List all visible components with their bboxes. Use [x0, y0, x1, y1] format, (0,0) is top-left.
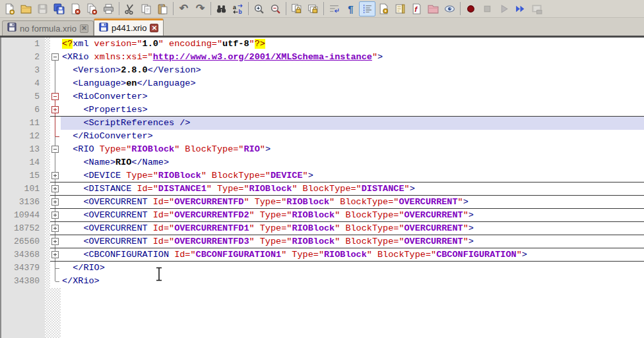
- fold-toggle[interactable]: [50, 143, 61, 156]
- code-line[interactable]: <Name>RIO</Name>: [61, 156, 644, 169]
- macro-run-multiple-button[interactable]: [512, 1, 529, 16]
- code-line[interactable]: <OVERCURRENT Id="OVERCURRENTFD3" Type="R…: [61, 235, 644, 248]
- editor-pane[interactable]: 1<?xml version="1.0" encoding="utf-8"?>2…: [0, 38, 644, 338]
- line-number[interactable]: 4: [1, 77, 45, 90]
- code-line[interactable]: </RioConverter>: [61, 130, 644, 143]
- code-line[interactable]: <DISTANCE Id="DISTANCE1" Type="RIOBlock"…: [61, 183, 644, 195]
- code-line[interactable]: <XRio xmlns:xsi="http://www.w3.org/2001/…: [61, 51, 644, 64]
- line-number[interactable]: 101: [1, 183, 45, 196]
- monitoring-button[interactable]: [441, 1, 458, 16]
- code-line[interactable]: <RIO Type="RIOBlock" BlockType="RIO">: [61, 143, 644, 156]
- fold-toggle[interactable]: [50, 51, 61, 64]
- word-wrap-button[interactable]: [326, 1, 342, 16]
- fold-toggle[interactable]: [50, 103, 61, 116]
- line-number[interactable]: 6: [1, 103, 45, 117]
- line-number[interactable]: 34380: [1, 275, 45, 288]
- code-line[interactable]: </XRio>: [61, 275, 644, 288]
- line-number[interactable]: 15: [1, 169, 45, 183]
- line-number[interactable]: 14: [1, 156, 45, 169]
- code-line[interactable]: <?xml version="1.0" encoding="utf-8"?>: [61, 38, 644, 51]
- line-number[interactable]: 34379: [1, 262, 45, 275]
- fold-toggle[interactable]: [50, 248, 61, 261]
- line-number[interactable]: 12: [1, 130, 45, 143]
- macro-record-button[interactable]: [463, 1, 479, 16]
- fold-minus-icon[interactable]: [51, 93, 59, 100]
- code-line[interactable]: <OVERCURRENT Id="OVERCURRENTFD" Type="RI…: [61, 196, 644, 208]
- text-area-blank[interactable]: [61, 288, 644, 338]
- fold-plus-icon[interactable]: [51, 172, 59, 179]
- line-number[interactable]: 34368: [1, 248, 45, 262]
- line-number[interactable]: 3: [1, 64, 45, 77]
- fold-plus-icon[interactable]: [51, 198, 59, 206]
- find-button[interactable]: [213, 1, 230, 16]
- fold-toggle[interactable]: [50, 169, 61, 182]
- save-all-button[interactable]: [51, 1, 67, 16]
- undo-button[interactable]: ↶: [176, 1, 192, 16]
- code-token: ": [463, 237, 468, 246]
- sync-vertical-scroll-button[interactable]: [288, 1, 305, 16]
- code-line[interactable]: <RioConverter>: [61, 90, 644, 103]
- line-number[interactable]: 13: [1, 143, 45, 156]
- fold-toggle[interactable]: [50, 196, 61, 208]
- fold-plus-icon[interactable]: [51, 251, 59, 258]
- fold-plus-icon[interactable]: [51, 106, 59, 113]
- line-number[interactable]: 3136: [1, 196, 45, 209]
- macro-save-button[interactable]: [529, 1, 545, 16]
- copy-button[interactable]: [138, 1, 154, 16]
- code-line[interactable]: <OVERCURRENT Id="OVERCURRENTFD1" Type="R…: [61, 222, 644, 235]
- save-button[interactable]: [34, 1, 51, 16]
- print-button[interactable]: [100, 1, 117, 16]
- sync-horizontal-scroll-button[interactable]: [305, 1, 321, 16]
- fold-plus-icon[interactable]: [51, 238, 59, 245]
- code-line[interactable]: <Language>en</Language>: [61, 77, 644, 90]
- tab-p441-xrio[interactable]: p441.xrio ✕: [94, 18, 164, 36]
- code-line[interactable]: </RIO>: [61, 262, 644, 275]
- code-line[interactable]: <OVERCURRENT Id="OVERCURRENTFD2" Type="R…: [61, 209, 644, 221]
- close-all-button[interactable]: [84, 1, 100, 16]
- code-line[interactable]: <ScriptReferences />: [61, 117, 644, 130]
- folder-as-workspace-button[interactable]: [425, 1, 441, 16]
- fold-toggle[interactable]: [50, 235, 61, 248]
- tab-close-icon[interactable]: ✕: [150, 24, 158, 32]
- fold-minus-icon[interactable]: [51, 53, 59, 61]
- function-list-button[interactable]: f: [408, 1, 425, 16]
- cut-button[interactable]: [121, 1, 138, 16]
- show-all-characters-button[interactable]: ¶: [342, 1, 359, 16]
- macro-stop-button[interactable]: [479, 1, 496, 16]
- line-number[interactable]: 18752: [1, 222, 45, 235]
- code-line[interactable]: <Properties>: [61, 103, 644, 116]
- new-file-button[interactable]: [1, 1, 18, 16]
- zoom-out-button[interactable]: [267, 1, 284, 16]
- tab-no-formula-xrio[interactable]: no formula.xrio ✕: [2, 20, 94, 36]
- code-line[interactable]: <CBCONFIGURATION Id="CBCONFIGURATION1" T…: [61, 248, 644, 261]
- line-number[interactable]: 10944: [1, 209, 45, 222]
- replace-button[interactable]: ab: [230, 1, 246, 16]
- open-file-button[interactable]: [18, 1, 34, 16]
- line-number[interactable]: 26560: [1, 235, 45, 248]
- fold-minus-icon[interactable]: [51, 146, 59, 153]
- code-line[interactable]: <DEVICE Type="RIOBlock" BlockType="DEVIC…: [61, 169, 644, 182]
- fold-plus-icon[interactable]: [51, 185, 59, 192]
- code-line[interactable]: <Version>2.8.0</Version>: [61, 64, 644, 77]
- fold-toggle[interactable]: [50, 222, 61, 235]
- tab-close-icon[interactable]: ✕: [80, 24, 88, 33]
- fold-plus-icon[interactable]: [51, 225, 59, 232]
- close-button[interactable]: [67, 1, 84, 16]
- fold-toggle[interactable]: [50, 183, 61, 195]
- document-map-button[interactable]: [392, 1, 408, 16]
- paste-button[interactable]: [154, 1, 171, 16]
- line-number[interactable]: 5: [1, 90, 45, 103]
- editor-empty-area[interactable]: [1, 288, 644, 338]
- redo-button[interactable]: ↷: [192, 1, 209, 16]
- show-indent-guide-button[interactable]: [359, 1, 375, 16]
- macro-play-button[interactable]: [496, 1, 512, 16]
- line-number[interactable]: 2: [1, 51, 45, 64]
- code-token: <OVERCURRENT: [62, 210, 153, 220]
- define-language-button[interactable]: [375, 1, 392, 16]
- fold-toggle[interactable]: [50, 90, 61, 103]
- line-number[interactable]: 1: [1, 38, 45, 51]
- fold-toggle[interactable]: [50, 209, 61, 221]
- line-number[interactable]: 11: [1, 117, 45, 130]
- fold-plus-icon[interactable]: [51, 211, 59, 219]
- zoom-in-button[interactable]: [251, 1, 267, 16]
